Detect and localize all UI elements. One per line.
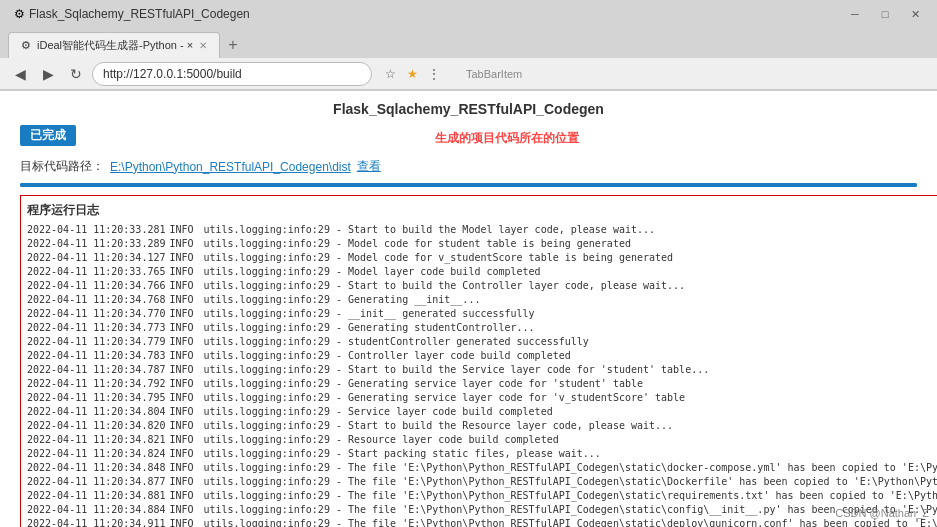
log-line: 2022-04-11 11:20:34.783INFOutils.logging… <box>27 349 937 363</box>
new-tab-button[interactable]: + <box>220 32 245 58</box>
address-input[interactable] <box>92 62 372 86</box>
page-header: Flask_Sqlachemy_RESTfulAPI_Codegen <box>20 101 917 117</box>
browser-titlebar: ⚙ Flask_Sqlachemy_RESTfulAPI_Codegen ─ □… <box>0 0 937 28</box>
tab-close-button[interactable]: ✕ <box>199 40 207 51</box>
log-line: 2022-04-11 11:20:34.770INFOutils.logging… <box>27 307 937 321</box>
log-line: 2022-04-11 11:20:33.289INFOutils.logging… <box>27 237 937 251</box>
status-badge: 已完成 <box>20 125 76 146</box>
toolbar-title-label: TabBarItem <box>466 68 522 80</box>
page-title: Flask_Sqlachemy_RESTfulAPI_Codegen <box>333 101 604 117</box>
address-bar-row: ◀ ▶ ↻ ☆ ★ ⋮ TabBarItem <box>0 58 937 90</box>
log-line: 2022-04-11 11:20:34.821INFOutils.logging… <box>27 433 937 447</box>
bookmark-icon[interactable]: ☆ <box>380 64 400 84</box>
main-area: 程序运行日志 2022-04-11 11:20:33.281INFOutils.… <box>20 195 917 527</box>
log-line: 2022-04-11 11:20:34.884INFOutils.logging… <box>27 503 937 517</box>
minimize-button[interactable]: ─ <box>841 4 869 24</box>
log-line: 2022-04-11 11:20:34.881INFOutils.logging… <box>27 489 937 503</box>
back-nav-button[interactable]: ◀ <box>8 62 32 86</box>
active-tab[interactable]: ⚙ iDeal智能代码生成器-Python - × ✕ <box>8 32 220 58</box>
log-line: 2022-04-11 11:20:34.766INFOutils.logging… <box>27 279 937 293</box>
tab-bar: ⚙ iDeal智能代码生成器-Python - × ✕ + <box>0 28 937 58</box>
page-icon: ⚙ <box>14 7 25 21</box>
path-row: 目标代码路径： E:\Python\Python_RESTfulAPI_Code… <box>20 158 917 175</box>
generate-location-label: 生成的项目代码所在的位置 <box>96 130 917 147</box>
log-line: 2022-04-11 11:20:33.281INFOutils.logging… <box>27 223 937 237</box>
log-line: 2022-04-11 11:20:34.911INFOutils.logging… <box>27 517 937 527</box>
log-line: 2022-04-11 11:20:34.848INFOutils.logging… <box>27 461 937 475</box>
log-panel-title: 程序运行日志 <box>27 202 937 219</box>
path-view-link[interactable]: 查看 <box>357 158 381 175</box>
watermark: CSDN @Nathan_Z <box>835 507 929 519</box>
log-line: 2022-04-11 11:20:34.877INFOutils.logging… <box>27 475 937 489</box>
close-window-button[interactable]: ✕ <box>901 4 929 24</box>
path-label: 目标代码路径： <box>20 158 104 175</box>
window-controls[interactable]: ─ □ ✕ <box>841 4 929 24</box>
log-line: 2022-04-11 11:20:34.768INFOutils.logging… <box>27 293 937 307</box>
path-value[interactable]: E:\Python\Python_RESTfulAPI_Codegen\dist <box>110 160 351 174</box>
tab-title: iDeal智能代码生成器-Python - × <box>37 38 193 53</box>
settings-icon[interactable]: ⋮ <box>424 64 444 84</box>
page-content: Flask_Sqlachemy_RESTfulAPI_Codegen 已完成 生… <box>0 91 937 527</box>
log-line: 2022-04-11 11:20:34.795INFOutils.logging… <box>27 391 937 405</box>
log-line: 2022-04-11 11:20:34.820INFOutils.logging… <box>27 419 937 433</box>
log-line: 2022-04-11 11:20:34.804INFOutils.logging… <box>27 405 937 419</box>
log-content: 2022-04-11 11:20:33.281INFOutils.logging… <box>27 223 937 527</box>
status-bar: 已完成 <box>20 125 76 146</box>
refresh-button[interactable]: ↻ <box>64 62 88 86</box>
log-line: 2022-04-11 11:20:34.127INFOutils.logging… <box>27 251 937 265</box>
forward-nav-button[interactable]: ▶ <box>36 62 60 86</box>
progress-bar <box>20 183 917 187</box>
log-line: 2022-04-11 11:20:34.792INFOutils.logging… <box>27 377 937 391</box>
star-icon[interactable]: ★ <box>402 64 422 84</box>
maximize-button[interactable]: □ <box>871 4 899 24</box>
tab-icon: ⚙ <box>21 39 31 52</box>
log-line: 2022-04-11 11:20:34.779INFOutils.logging… <box>27 335 937 349</box>
titlebar-text: Flask_Sqlachemy_RESTfulAPI_Codegen <box>29 7 250 21</box>
log-line: 2022-04-11 11:20:33.765INFOutils.logging… <box>27 265 937 279</box>
log-line: 2022-04-11 11:20:34.824INFOutils.logging… <box>27 447 937 461</box>
browser-toolbar-icons: ☆ ★ ⋮ TabBarItem <box>380 64 522 84</box>
log-line: 2022-04-11 11:20:34.773INFOutils.logging… <box>27 321 937 335</box>
log-panel: 程序运行日志 2022-04-11 11:20:33.281INFOutils.… <box>20 195 937 527</box>
log-line: 2022-04-11 11:20:34.787INFOutils.logging… <box>27 363 937 377</box>
